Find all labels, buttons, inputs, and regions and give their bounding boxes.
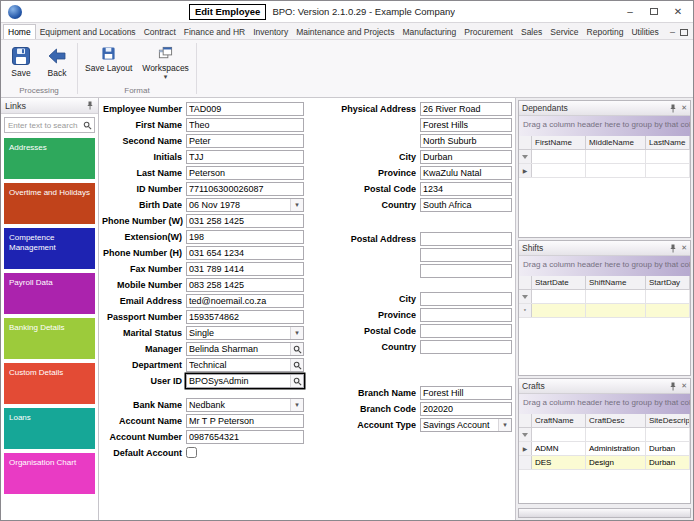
tab-procurement[interactable]: Procurement	[460, 25, 517, 39]
tab-finance-and-hr[interactable]: Finance and HR	[180, 25, 249, 39]
mobile-number-input[interactable]	[187, 279, 303, 291]
collapsed-panel-strip[interactable]	[518, 508, 691, 518]
panel-pin-icon[interactable]	[669, 244, 677, 253]
first-name-input[interactable]	[187, 119, 303, 131]
postal-code-input[interactable]	[421, 183, 511, 195]
dropdown-arrow-icon[interactable]: ▾	[290, 399, 303, 411]
bank-name-input[interactable]	[187, 399, 290, 411]
account-name-input[interactable]	[187, 415, 303, 427]
account-type-input[interactable]	[421, 419, 498, 431]
initials-input[interactable]	[187, 151, 303, 163]
tab-utilities[interactable]: Utilities	[627, 25, 662, 39]
branch-name-input[interactable]	[421, 387, 511, 399]
dropdown-arrow-icon[interactable]: ▾	[290, 199, 303, 211]
employee-number-input[interactable]	[187, 103, 303, 115]
grid-cell[interactable]	[586, 164, 646, 177]
column-header-startday[interactable]: StartDay	[646, 276, 690, 289]
link-tile-custom-details[interactable]: Custom Details	[4, 363, 95, 404]
passport-number-input[interactable]	[187, 311, 303, 323]
mdi-minimize-icon[interactable]: –	[670, 27, 675, 37]
manager-input[interactable]	[187, 343, 290, 355]
city-input[interactable]	[421, 151, 511, 163]
grid-cell[interactable]	[532, 290, 586, 303]
column-header-sitedescription[interactable]: SiteDescription	[646, 414, 690, 427]
panel-pin-icon[interactable]	[669, 382, 677, 391]
search-icon[interactable]	[81, 121, 94, 130]
link-tile-competence-management[interactable]: Competence Management	[4, 228, 95, 269]
account-number-input[interactable]	[187, 431, 303, 443]
second-name-input[interactable]	[187, 135, 303, 147]
grid-cell[interactable]	[586, 290, 646, 303]
city-input[interactable]	[421, 293, 511, 305]
tab-contract[interactable]: Contract	[140, 25, 180, 39]
column-header-lastname[interactable]: LastName	[646, 136, 690, 149]
physical-address-input[interactable]	[421, 103, 511, 115]
back-button[interactable]: Back	[40, 42, 74, 86]
column-header-firstname[interactable]: FirstName	[532, 136, 586, 149]
extension-w-input[interactable]	[187, 231, 303, 243]
default-account-checkbox[interactable]	[186, 447, 197, 458]
minimize-button[interactable]: –	[618, 3, 642, 21]
panel-close-icon[interactable]: ✕	[681, 382, 687, 390]
country-input[interactable]	[421, 199, 511, 211]
workspaces-button[interactable]: Workspaces ▾	[138, 42, 193, 86]
column-header-craftname[interactable]: CraftName	[532, 414, 586, 427]
grid-cell[interactable]	[646, 290, 690, 303]
grid-cell[interactable]: Design	[586, 456, 646, 469]
panel-close-icon[interactable]: ✕	[681, 244, 687, 252]
link-tile-organisation-chart[interactable]: Organisation Chart	[4, 453, 95, 494]
email-address-input[interactable]	[187, 295, 303, 307]
grid-cell[interactable]: DES	[532, 456, 586, 469]
last-name-input[interactable]	[187, 167, 303, 179]
id-number-input[interactable]	[187, 183, 303, 195]
column-header-craftdesc[interactable]: CraftDesc	[586, 414, 646, 427]
link-tile-overtime-and-holidays[interactable]: Overtime and Holidays	[4, 183, 95, 224]
user-id-input[interactable]	[187, 375, 290, 387]
grid-cell[interactable]	[586, 150, 646, 163]
grid-cell[interactable]	[646, 150, 690, 163]
tab-home[interactable]: Home	[3, 24, 36, 39]
tab-reporting[interactable]: Reporting	[583, 25, 628, 39]
grid-cell[interactable]	[646, 304, 690, 317]
marital-status-input[interactable]	[187, 327, 290, 339]
birth-date-input[interactable]	[187, 199, 290, 211]
panel-pin-icon[interactable]	[669, 104, 677, 113]
tab-maintenance-and-projects[interactable]: Maintenance and Projects	[292, 25, 398, 39]
dropdown-arrow-icon[interactable]: ▾	[290, 327, 303, 339]
right-address-line-input[interactable]	[421, 249, 511, 261]
link-tile-payroll-data[interactable]: Payroll Data	[4, 273, 95, 314]
grid-cell[interactable]	[532, 150, 586, 163]
grid-cell[interactable]	[532, 164, 586, 177]
country-input[interactable]	[421, 341, 511, 353]
mdi-restore-icon[interactable]	[680, 29, 688, 36]
tab-sales[interactable]: Sales	[517, 25, 546, 39]
grid-cell[interactable]: Administration	[586, 442, 646, 455]
link-tile-addresses[interactable]: Addresses	[4, 138, 95, 179]
right-address-line-input[interactable]	[421, 119, 511, 131]
department-input[interactable]	[187, 359, 290, 371]
lookup-search-icon[interactable]	[290, 375, 303, 387]
grid-cell[interactable]	[586, 428, 646, 441]
column-header-startdate[interactable]: StartDate	[532, 276, 586, 289]
right-address-line-input[interactable]	[421, 135, 511, 147]
province-input[interactable]	[421, 309, 511, 321]
grid-cell[interactable]	[532, 428, 586, 441]
postal-code-input[interactable]	[421, 325, 511, 337]
phone-number-w-input[interactable]	[187, 215, 303, 227]
panel-close-icon[interactable]: ✕	[681, 104, 687, 112]
maximize-button[interactable]	[642, 3, 666, 21]
fax-number-input[interactable]	[187, 263, 303, 275]
province-input[interactable]	[421, 167, 511, 179]
lookup-search-icon[interactable]	[290, 343, 303, 355]
grid-cell[interactable]	[532, 304, 586, 317]
grid-cell[interactable]: Durban	[646, 456, 690, 469]
tab-equipment-and-locations[interactable]: Equipment and Locations	[36, 25, 140, 39]
grid-cell[interactable]	[586, 304, 646, 317]
links-search-input[interactable]	[5, 121, 81, 130]
phone-number-h-input[interactable]	[187, 247, 303, 259]
save-layout-button[interactable]: Save Layout	[81, 42, 136, 86]
tab-service[interactable]: Service	[546, 25, 582, 39]
close-button[interactable]: ✕	[666, 3, 690, 21]
tab-manufacturing[interactable]: Manufacturing	[398, 25, 460, 39]
right-address-line-input[interactable]	[421, 265, 511, 277]
